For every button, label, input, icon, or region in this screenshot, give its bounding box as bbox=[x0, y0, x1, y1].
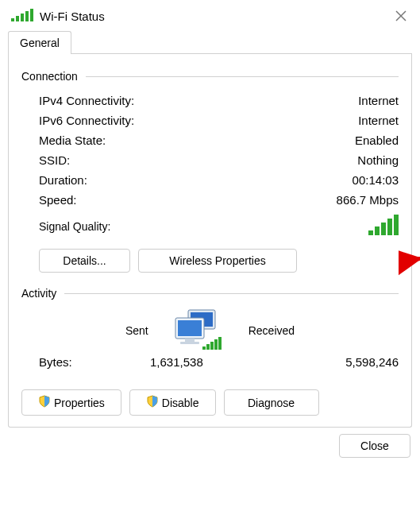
label-received: Received bbox=[249, 324, 295, 337]
label-duration: Duration: bbox=[39, 173, 87, 187]
close-icon[interactable] bbox=[393, 8, 409, 24]
signal-quality-icon bbox=[368, 215, 399, 238]
shield-icon bbox=[38, 395, 51, 410]
connection-buttons: Details... Wireless Properties bbox=[39, 249, 399, 273]
label-ssid: SSID: bbox=[39, 153, 70, 167]
connection-heading-text: Connection bbox=[21, 70, 78, 83]
svg-rect-7 bbox=[202, 346, 206, 350]
label-signal-quality: Signal Quality: bbox=[39, 220, 110, 233]
value-bytes-sent: 1,631,538 bbox=[150, 355, 203, 369]
disable-button[interactable]: Disable bbox=[129, 389, 216, 416]
close-button[interactable]: Close bbox=[339, 434, 410, 458]
properties-button-label: Properties bbox=[54, 397, 105, 409]
row-ipv4: IPv4 Connectivity: Internet bbox=[39, 91, 399, 110]
wifi-status-window: Wi-Fi Status General Connection IPv4 Con… bbox=[0, 0, 420, 511]
details-button[interactable]: Details... bbox=[39, 249, 130, 273]
svg-rect-11 bbox=[218, 337, 222, 350]
connection-properties: IPv4 Connectivity: Internet IPv6 Connect… bbox=[21, 91, 399, 210]
value-ipv6: Internet bbox=[358, 114, 399, 127]
activity-buttons: Properties Disable Diagnose bbox=[21, 389, 399, 416]
label-speed: Speed: bbox=[39, 193, 77, 207]
value-media-state: Enabled bbox=[355, 134, 399, 147]
tab-panel-general: Connection IPv4 Connectivity: Internet I… bbox=[8, 54, 412, 428]
svg-rect-5 bbox=[185, 339, 195, 342]
svg-rect-8 bbox=[206, 344, 210, 350]
row-signal-quality: Signal Quality: bbox=[21, 210, 399, 249]
activity-group-heading: Activity bbox=[21, 287, 399, 300]
wireless-properties-button[interactable]: Wireless Properties bbox=[138, 249, 297, 273]
svg-rect-9 bbox=[210, 342, 214, 350]
activity-heading-text: Activity bbox=[21, 287, 56, 300]
window-title: Wi-Fi Status bbox=[40, 10, 105, 23]
label-bytes: Bytes: bbox=[39, 355, 150, 369]
value-ssid: Nothing bbox=[357, 153, 399, 167]
disable-button-label: Disable bbox=[162, 397, 199, 409]
properties-button[interactable]: Properties bbox=[21, 389, 121, 416]
diagnose-button[interactable]: Diagnose bbox=[224, 389, 319, 416]
row-media-state: Media State: Enabled bbox=[39, 130, 399, 150]
svg-rect-10 bbox=[214, 339, 218, 350]
label-media-state: Media State: bbox=[39, 134, 106, 147]
tab-strip: General bbox=[8, 30, 412, 54]
titlebar: Wi-Fi Status bbox=[0, 0, 420, 30]
value-speed: 866.7 Mbps bbox=[337, 193, 399, 207]
value-bytes-received: 5,598,246 bbox=[345, 355, 399, 369]
dialog-footer: Close bbox=[0, 428, 420, 467]
row-speed: Speed: 866.7 Mbps bbox=[39, 190, 399, 210]
row-ssid: SSID: Nothing bbox=[39, 150, 399, 170]
shield-icon bbox=[146, 395, 159, 410]
svg-rect-4 bbox=[178, 320, 202, 336]
label-ipv4: IPv4 Connectivity: bbox=[39, 94, 134, 107]
svg-rect-6 bbox=[180, 342, 199, 344]
label-sent: Sent bbox=[125, 324, 148, 337]
value-duration: 00:14:03 bbox=[353, 173, 399, 187]
annotation-arrow-icon bbox=[399, 240, 420, 282]
row-ipv6: IPv6 Connectivity: Internet bbox=[39, 110, 399, 130]
tab-general[interactable]: General bbox=[8, 31, 71, 54]
svg-line-0 bbox=[414, 244, 420, 260]
connection-group-heading: Connection bbox=[21, 70, 399, 83]
wifi-signal-icon bbox=[11, 9, 33, 24]
activity-graphic: Sent bbox=[21, 308, 399, 352]
computers-icon bbox=[171, 311, 226, 350]
row-bytes: Bytes: 1,631,538 5,598,246 bbox=[39, 352, 399, 385]
row-duration: Duration: 00:14:03 bbox=[39, 170, 399, 190]
label-ipv6: IPv6 Connectivity: bbox=[39, 114, 134, 127]
value-ipv4: Internet bbox=[358, 94, 399, 107]
